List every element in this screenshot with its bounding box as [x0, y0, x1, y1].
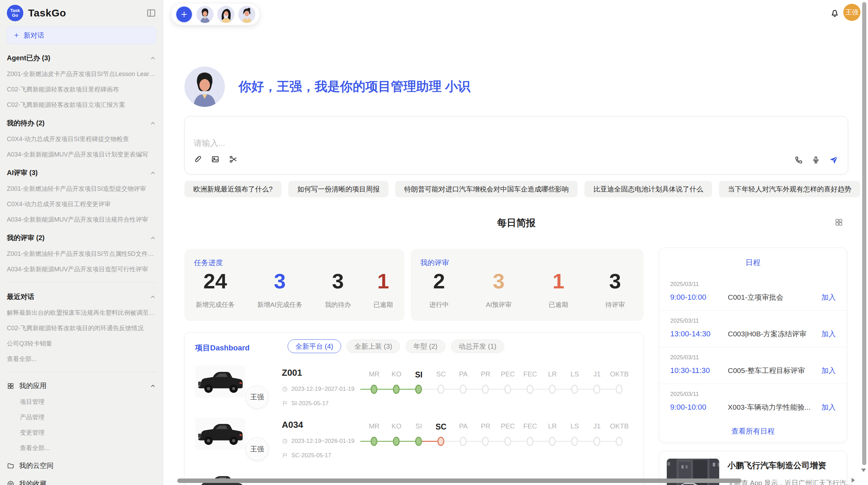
- vertical-scrollbar[interactable]: [862, 2, 866, 465]
- milestone-timeline: MRKOSISCPAPRPECFECLRLSJ1OKTB: [360, 422, 630, 446]
- recent-chat-item[interactable]: 公司Q3轻卡销量: [7, 339, 156, 348]
- sidebar-item[interactable]: C0X4-动力总成开发项目SI里程碑提交物检查: [7, 135, 156, 143]
- sidebar-item-cloud-space[interactable]: 我的云空间: [7, 461, 156, 470]
- chevron-up-icon[interactable]: [150, 294, 156, 300]
- suggestion-chip[interactable]: 特朗普可能对进口汽车增税会对中国车企造成哪些影响: [395, 181, 578, 197]
- dashboard-tab[interactable]: 全新上装 (3): [347, 339, 400, 353]
- app-sub-item[interactable]: 变更管理: [20, 428, 156, 437]
- session-avatar[interactable]: [217, 6, 234, 23]
- sidebar-item[interactable]: C02-飞腾新能源轻客改款项目里程碑画布: [7, 85, 156, 94]
- milestone-connector: [556, 389, 571, 390]
- milestone-label: LR: [541, 422, 564, 432]
- sidebar-item[interactable]: A034-全新新能源MUV产品开发项目计划变更表编写: [7, 150, 156, 159]
- recent-view-all[interactable]: 查看全部...: [7, 355, 156, 363]
- milestone-node: [616, 437, 623, 446]
- sidebar-item[interactable]: A034-全新新能源MUV产品开发项目造型可行性评审: [7, 265, 156, 273]
- app-sub-item[interactable]: 产品管理: [20, 413, 156, 421]
- sidebar-section-my-review: 我的评审 (2) Z001-全新燃油轻卡产品开发项目SI节点属性5D文件评审A0…: [7, 233, 156, 273]
- scroll-down-arrow[interactable]: [861, 469, 866, 472]
- suggestion-chip[interactable]: 欧洲新规最近颁布了什么?: [184, 181, 281, 197]
- session-avatar[interactable]: [238, 6, 255, 23]
- greeting-block: 你好，王强，我是你的项目管理助理 小识: [184, 66, 470, 107]
- stat-metric: 3 待评审: [605, 270, 625, 309]
- milestone-node: [616, 385, 623, 394]
- suggestion-chip[interactable]: 比亚迪全固态电池计划具体说了什么: [584, 181, 712, 197]
- suggestion-chip[interactable]: 如何写一份清晰的项目周报: [288, 181, 388, 197]
- chevron-up-icon[interactable]: [150, 170, 156, 176]
- milestone-connector: [360, 389, 371, 390]
- image-icon[interactable]: [211, 155, 220, 164]
- new-chat-button[interactable]: 新对话: [7, 27, 156, 44]
- suggestion-chip[interactable]: 当下年轻人对汽车外观有怎样的喜好趋势: [719, 181, 860, 197]
- attachment-icon[interactable]: [193, 155, 202, 164]
- schedule-entry: 2025/03/11 9:00-10:00 C001-立项审批会 加入: [659, 274, 847, 311]
- dashboard-tab[interactable]: 全新平台 (4): [288, 339, 341, 353]
- section-header[interactable]: 我的评审 (2): [7, 233, 156, 242]
- news-snippet: 天眼查 App 显示，近日广州汇天飞行汽...: [727, 478, 852, 485]
- project-row-z001[interactable]: 王强 Z001 2023-12-19~2027-01-19 SI-2025-05…: [195, 365, 634, 418]
- my-apps-label: 我的应用: [19, 381, 47, 390]
- milestone-label: SC: [430, 422, 452, 432]
- milestone-node: [571, 437, 578, 446]
- session-switcher: [171, 4, 260, 25]
- join-link[interactable]: 加入: [821, 293, 836, 302]
- chevron-up-icon[interactable]: [150, 120, 156, 126]
- dashboard-tab[interactable]: 动总开发 (1): [451, 339, 504, 353]
- sidebar-item[interactable]: C02-飞腾新能源轻客改款项目立项汇报方案: [7, 101, 156, 109]
- news-title: 小鹏飞行汽车制造公司增资: [727, 460, 852, 471]
- session-avatar[interactable]: [196, 6, 214, 23]
- suggestion-chips: 欧洲新规最近颁布了什么?如何写一份清晰的项目周报特朗普可能对进口汽车增税会对中国…: [184, 181, 848, 197]
- plus-icon: [180, 10, 188, 18]
- grid-icon: [7, 382, 14, 390]
- sidebar-item[interactable]: Z001-全新燃油轻卡产品开发项目SI造型提交物评审: [7, 185, 156, 193]
- sidebar-collapse-icon[interactable]: [146, 8, 156, 18]
- app-logo: Task Go: [7, 5, 23, 21]
- composer-tools-left: [193, 155, 238, 164]
- scissors-icon[interactable]: [229, 155, 238, 164]
- project-owner-avatar: 王强: [245, 437, 269, 461]
- section-header[interactable]: 最近对话: [7, 292, 156, 301]
- layout-grid-icon[interactable]: [834, 218, 843, 227]
- recent-chat-item[interactable]: 解释最新出台的欧盟报废车法规再生塑料比例被调至15%...: [7, 309, 156, 317]
- chevron-up-icon[interactable]: [150, 383, 156, 389]
- sidebar-item[interactable]: C0X4-动力总成开发项目工程变更评审: [7, 200, 156, 208]
- milestone-label: LS: [564, 422, 586, 432]
- milestone-node: [504, 385, 511, 394]
- sidebar-item-favorites[interactable]: 我的收藏: [7, 479, 156, 485]
- recent-chat-item[interactable]: C02-飞腾新能源轻客改款项目的闭环通告反馈情况: [7, 324, 156, 332]
- schedule-date: 2025/03/11: [670, 391, 836, 398]
- app-sub-item[interactable]: 查看全部...: [20, 444, 156, 452]
- view-all-schedule-link[interactable]: 查看所有日程: [659, 420, 847, 436]
- project-row-a034[interactable]: 王强 A034 2023-12-19~2026-01-19 SC-2025-05…: [195, 418, 634, 470]
- join-link[interactable]: 加入: [821, 366, 836, 375]
- stat-metric: 3 新增AI完成任务: [257, 270, 302, 309]
- notification-bell-icon[interactable]: [830, 8, 840, 18]
- stat-value: 1: [373, 270, 393, 292]
- scroll-right-arrow[interactable]: [852, 478, 855, 483]
- join-link[interactable]: 加入: [821, 329, 836, 339]
- app-sub-item[interactable]: 项目管理: [20, 398, 156, 406]
- phone-icon[interactable]: [794, 156, 803, 164]
- chevron-up-icon[interactable]: [150, 55, 156, 61]
- sidebar-item-my-apps[interactable]: 我的应用: [7, 381, 156, 390]
- project-car-image: [195, 418, 245, 450]
- section-title: 最近对话: [7, 292, 34, 301]
- horizontal-scrollbar[interactable]: [177, 478, 742, 483]
- task-progress-card: 任务进度 24 新增完成任务 3 新增AI完成任务 3 我的待办: [184, 249, 404, 321]
- send-icon[interactable]: [829, 155, 839, 165]
- project-dates: 2023-12-19~2026-01-19: [282, 438, 354, 445]
- section-header[interactable]: AI评审 (3): [7, 168, 156, 177]
- sidebar-item[interactable]: Z001-全新燃油轻卡产品开发项目SI节点属性5D文件评审: [7, 250, 156, 258]
- add-session-button[interactable]: [176, 6, 193, 23]
- sidebar-item[interactable]: A034-全新新能源MUV产品开发项目法规符合性评审: [7, 215, 156, 224]
- join-link[interactable]: 加入: [821, 402, 836, 412]
- sidebar-item[interactable]: Z001-全新燃油皮卡产品开发项目SI节点Lesson Learn报告: [7, 70, 156, 78]
- user-avatar[interactable]: 王强: [843, 4, 860, 21]
- dashboard-tab[interactable]: 年型 (2): [406, 339, 445, 353]
- chat-input-card[interactable]: 请输入...: [184, 116, 848, 174]
- milestone-connector: [600, 389, 616, 390]
- section-header[interactable]: Agent已办 (3): [7, 53, 156, 63]
- section-header[interactable]: 我的待办 (2): [7, 119, 156, 128]
- mic-icon[interactable]: [811, 156, 820, 164]
- chevron-up-icon[interactable]: [150, 235, 156, 241]
